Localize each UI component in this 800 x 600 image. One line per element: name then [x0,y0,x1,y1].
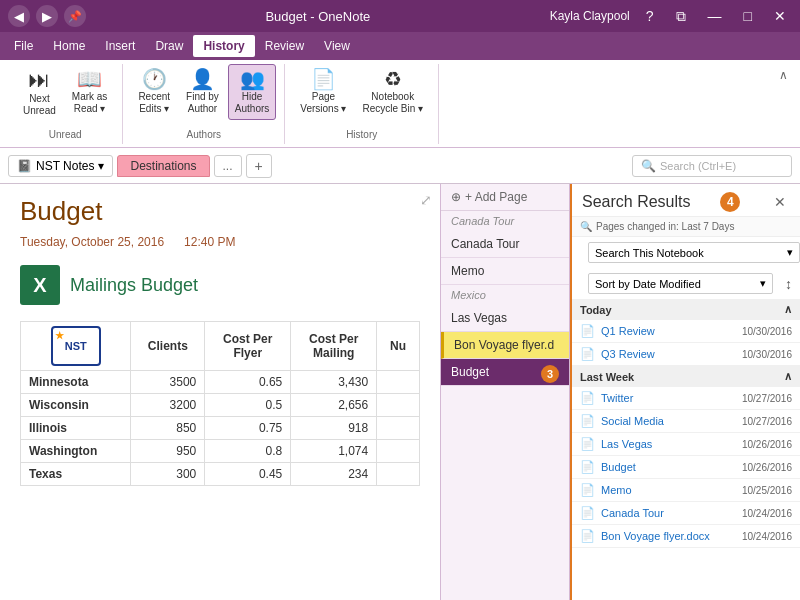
section-today-collapse[interactable]: ∧ [784,303,792,316]
results-section-today: Today ∧ [572,299,800,320]
result-name: Memo [601,484,736,496]
note-time-text: 12:40 PM [184,235,235,249]
help-button[interactable]: ? [640,6,660,26]
search-sort-dropdown[interactable]: Sort by Date Modified ▾ [588,273,773,294]
result-name: Bon Voyage flyer.docx [601,530,736,542]
row-cost-mailing: 3,430 [291,371,377,394]
close-button[interactable]: ✕ [768,6,792,26]
search-panel-close-button[interactable]: ✕ [770,192,790,212]
search-panel-badge: 4 [720,192,740,212]
table-row: Texas 300 0.45 234 [21,463,420,486]
find-by-author-button[interactable]: 👤 Find byAuthor [179,64,226,120]
row-cost-flyer: 0.75 [205,417,291,440]
result-item-twitter[interactable]: 📄 Twitter 10/27/2016 [572,387,800,410]
notebook-label: NST Notes [36,159,94,173]
data-table: ★ NST Clients Cost PerFlyer Cost PerMail… [20,321,420,486]
title-bar: ◀ ▶ 📌 Budget - OneNote Kayla Claypool ? … [0,0,800,32]
col-nu: Nu [377,322,420,371]
menu-bar: File Home Insert Draw History Review Vie… [0,32,800,60]
toolbar: 📓 NST Notes ▾ Destinations ... + 🔍 Searc… [0,148,800,184]
page-item-memo[interactable]: Memo [441,258,569,285]
result-item-q3-review[interactable]: 📄 Q3 Review 10/30/2016 [572,343,800,366]
result-item-canada-tour[interactable]: 📄 Canada Tour 10/24/2016 [572,502,800,525]
page-list: ⊕ + Add Page Canada Tour Canada Tour Mem… [440,184,570,600]
add-section-button[interactable]: + [246,154,272,178]
note-title: Budget [20,196,420,227]
result-item-budget[interactable]: 📄 Budget 10/26/2016 [572,456,800,479]
restore-button[interactable]: ⧉ [670,6,692,27]
next-unread-button[interactable]: ⏭ NextUnread [16,64,63,122]
page-item-las-vegas[interactable]: Las Vegas [441,305,569,332]
menu-review[interactable]: Review [255,35,314,57]
search-filter-bar: 🔍 Pages changed in: Last 7 Days [572,217,800,237]
nst-logo: ★ NST [51,326,101,366]
pin-button[interactable]: 📌 [64,5,86,27]
filter-icon: 🔍 [580,221,592,232]
hide-authors-button[interactable]: 👥 HideAuthors [228,64,276,120]
result-page-icon: 📄 [580,414,595,428]
page-versions-label: PageVersions ▾ [300,91,346,115]
menu-draw[interactable]: Draw [145,35,193,57]
add-page-button[interactable]: ⊕ + Add Page [441,184,569,211]
notebook-icon: 📓 [17,159,32,173]
recent-edits-button[interactable]: 🕐 RecentEdits ▾ [131,64,177,120]
result-date: 10/26/2016 [742,439,792,450]
ribbon-group-history-label: History [346,125,377,144]
page-versions-button[interactable]: 📄 PageVersions ▾ [293,64,353,120]
minimize-button[interactable]: — [702,6,728,26]
result-item-q1-review[interactable]: 📄 Q1 Review 10/30/2016 [572,320,800,343]
ribbon-group-unread-label: Unread [49,125,82,144]
back-button[interactable]: ◀ [8,5,30,27]
page-item-bon-voyage[interactable]: Bon Voyage flyer.d [441,332,569,359]
maximize-button[interactable]: □ [738,6,758,26]
ribbon-collapse-button[interactable]: ∧ [775,64,792,86]
result-name: Budget [601,461,736,473]
main-content: ⤢ Budget Tuesday, October 25, 2016 12:40… [0,184,800,600]
next-unread-icon: ⏭ [28,69,50,91]
excel-icon: X [20,265,60,305]
page-item-budget[interactable]: Budget 3 [441,359,569,386]
find-author-label: Find byAuthor [186,91,219,115]
result-name: Social Media [601,415,736,427]
result-item-memo[interactable]: 📄 Memo 10/25/2016 [572,479,800,502]
recent-edits-icon: 🕐 [142,69,167,89]
badge-3: 3 [541,365,559,383]
row-state: Minnesota [21,371,131,394]
result-item-social-media[interactable]: 📄 Social Media 10/27/2016 [572,410,800,433]
sort-direction-icon[interactable]: ↕ [785,276,792,292]
result-name: Canada Tour [601,507,736,519]
search-icon: 🔍 [641,159,656,173]
notebook-selector[interactable]: 📓 NST Notes ▾ [8,155,113,177]
ribbon-group-authors: 🕐 RecentEdits ▾ 👤 Find byAuthor 👥 HideAu… [123,64,285,144]
mark-as-read-button[interactable]: 📖 Mark asRead ▾ [65,64,115,120]
result-item-las-vegas[interactable]: 📄 Las Vegas 10/26/2016 [572,433,800,456]
table-row: Illinois 850 0.75 918 [21,417,420,440]
search-sort-dropdown-row: Sort by Date Modified ▾ ↕ [572,268,800,299]
search-panel-title: Search Results [582,193,691,211]
menu-view[interactable]: View [314,35,360,57]
window-title: Budget - OneNote [86,9,550,24]
result-item-bon-voyage[interactable]: 📄 Bon Voyage flyer.docx 10/24/2016 [572,525,800,548]
result-name: Las Vegas [601,438,736,450]
menu-insert[interactable]: Insert [95,35,145,57]
forward-button[interactable]: ▶ [36,5,58,27]
section-last-week-collapse[interactable]: ∧ [784,370,792,383]
menu-file[interactable]: File [4,35,43,57]
result-page-icon: 📄 [580,324,595,338]
hide-authors-label: HideAuthors [235,91,269,115]
result-date: 10/24/2016 [742,531,792,542]
menu-history[interactable]: History [193,35,254,57]
results-section-last-week: Last Week ∧ [572,366,800,387]
table-row: Washing­ton 950 0.8 1,074 [21,440,420,463]
search-scope-dropdown[interactable]: Search This Notebook ▾ [588,242,800,263]
row-cost-flyer: 0.8 [205,440,291,463]
hide-authors-icon: 👥 [240,69,265,89]
notebook-recycle-bin-button[interactable]: ♻ NotebookRecycle Bin ▾ [355,64,430,120]
search-box[interactable]: 🔍 Search (Ctrl+E) [632,155,792,177]
section-tab-destinations[interactable]: Destinations [117,155,209,177]
menu-home[interactable]: Home [43,35,95,57]
page-item-canada-tour[interactable]: Canada Tour [441,231,569,258]
expand-button[interactable]: ⤢ [420,192,432,208]
more-sections-button[interactable]: ... [214,155,242,177]
row-cost-mailing: 1,074 [291,440,377,463]
